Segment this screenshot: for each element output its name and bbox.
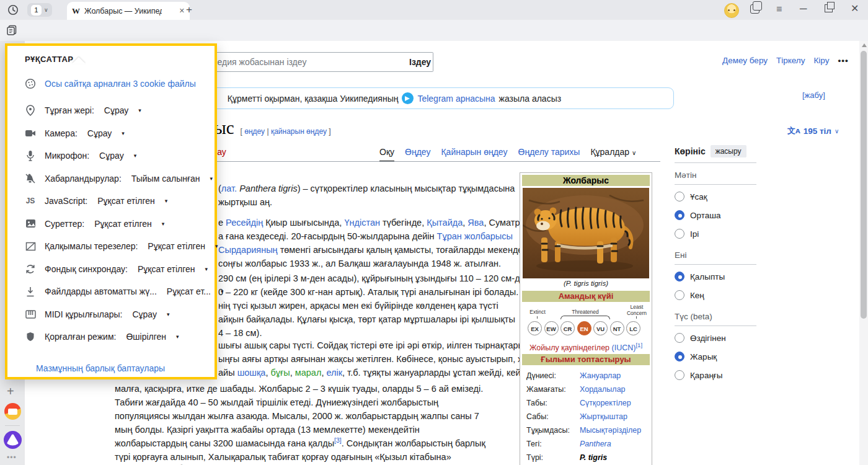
radio-option-Орташа[interactable]: Орташа: [675, 206, 756, 224]
alice-assistant-icon[interactable]: [4, 431, 22, 449]
article-link[interactable]: [3]: [334, 436, 342, 444]
article-tab-Оқу[interactable]: Оқу: [379, 147, 394, 162]
menu-hamburger-icon[interactable]: ≡: [776, 4, 782, 14]
wiki-top-link-2[interactable]: Кіру: [813, 56, 829, 65]
side-panels-icon[interactable]: [750, 4, 760, 14]
new-tab-button[interactable]: +: [186, 4, 192, 15]
banner-close-link[interactable]: [жабу]: [802, 91, 825, 100]
telegram-channel-link[interactable]: Telegram арнасына: [417, 94, 495, 104]
permission-value-dropdown[interactable]: Сұрау: [99, 151, 124, 161]
permission-row-4: JSJavaScript:Рұқсат етілген▾: [25, 195, 167, 206]
avatar[interactable]: [724, 3, 739, 18]
permission-value-dropdown[interactable]: Рұқсат етілген: [94, 219, 152, 229]
search-input[interactable]: [186, 52, 413, 72]
tab-group-chip[interactable]: 1 ∨: [27, 3, 52, 17]
history-clock-icon[interactable]: [7, 4, 19, 16]
status-org-link[interactable]: (IUCN): [612, 343, 636, 352]
article-tab-Құралдар[interactable]: Құралдар ∨: [590, 147, 636, 162]
article-tab-Қайнарын өңдеу[interactable]: Қайнарын өңдеу: [441, 147, 507, 162]
radio-option-Өздігінен[interactable]: Өздігінен: [675, 329, 756, 347]
language-selector[interactable]: 文ᴀ 195 тіл ∨: [787, 125, 839, 136]
article-line-17: мың болды. Қазіргі уақытта жабайы ортада…: [115, 423, 420, 436]
article-link[interactable]: лат.: [221, 184, 237, 193]
radio-option-Жарық[interactable]: Жарық: [675, 347, 756, 366]
edit-link[interactable]: өңдеу: [244, 127, 265, 136]
scrollbar-up-arrow[interactable]: [862, 43, 867, 47]
radio-option-Ұсақ[interactable]: Ұсақ: [675, 187, 756, 206]
permission-row-2: Микрофон:Сұрау▾: [25, 150, 136, 161]
permission-value-dropdown[interactable]: Сұрау: [104, 105, 129, 115]
permission-label: Фондық синхрондау:: [45, 264, 128, 274]
taxonomy-value[interactable]: Сүтқоректілер: [580, 399, 631, 407]
taxonomy-value[interactable]: Жануарлар: [580, 371, 621, 380]
edit-source-link[interactable]: қайнарын өңдеу: [271, 127, 327, 136]
taxonomy-value[interactable]: Жыртқыштар: [580, 412, 627, 421]
radio-option-Қалыпты[interactable]: Қалыпты: [675, 267, 756, 286]
scrollbar-thumb[interactable]: [861, 51, 867, 319]
radio-icon[interactable]: [675, 192, 684, 202]
radio-icon[interactable]: [675, 370, 684, 380]
radio-selected-icon[interactable]: [675, 210, 684, 220]
article-link[interactable]: Қытайда: [427, 218, 463, 228]
permission-value-dropdown[interactable]: Өшірілген: [126, 332, 166, 342]
permission-value-dropdown[interactable]: Рұқсат етілген: [148, 241, 205, 251]
cookies-link[interactable]: Осы сайтқа арналған 3 cookie файлы: [45, 79, 196, 89]
article-line-4: Сырдарияның төменгі ағысындағы қалың қам…: [218, 243, 539, 257]
taxonomy-label: Табы:: [526, 399, 580, 407]
article-link[interactable]: елік: [326, 368, 342, 378]
article-link[interactable]: Тұран жолбарысы: [437, 231, 513, 241]
radio-icon[interactable]: [675, 290, 684, 300]
sidebar-more-icon[interactable]: •••: [7, 453, 17, 462]
wiki-top-link-0[interactable]: Демеу беру: [722, 56, 768, 65]
permission-value-dropdown[interactable]: Тыйым салынған: [131, 174, 200, 184]
taxonomy-value[interactable]: Мысықтәрізділер: [580, 426, 641, 435]
taxonomy-value[interactable]: Хордалылар: [580, 385, 626, 394]
wiki-top-link-1[interactable]: Тіркелу: [776, 56, 805, 65]
article-link[interactable]: Ресейдің: [226, 218, 263, 228]
permission-value-dropdown[interactable]: Сұрау: [132, 309, 157, 319]
wiki-more-menu[interactable]: •••: [838, 56, 848, 65]
radio-option-Ірі[interactable]: Ірі: [675, 224, 756, 243]
radio-icon[interactable]: [675, 229, 684, 239]
appearance-hide-button[interactable]: жасыру: [711, 145, 746, 157]
article-link[interactable]: Үндістан: [344, 218, 380, 228]
iucn-tick: [537, 316, 538, 319]
article-tab-Өңделу тарихы[interactable]: Өңделу тарихы: [518, 147, 580, 162]
radio-selected-icon[interactable]: [675, 352, 684, 361]
sidebar-add-icon[interactable]: +: [7, 384, 14, 399]
appearance-group-label-2: Түс (beta): [675, 304, 756, 326]
reference-link[interactable]: [1]: [636, 342, 642, 348]
permission-value-dropdown[interactable]: Сұрау: [87, 128, 112, 138]
caret-down-icon: ▾: [210, 175, 213, 182]
active-tab[interactable]: W Жолбарыс — Уикипеди ✕: [67, 2, 190, 20]
permission-value-dropdown[interactable]: Рұқсат етілген: [97, 196, 155, 206]
radio-selected-icon[interactable]: [675, 272, 684, 281]
close-tab-icon[interactable]: ✕: [179, 7, 185, 15]
status-text[interactable]: Жойылу қаупіндегілер: [529, 343, 609, 352]
window-maximize-button[interactable]: [825, 4, 833, 12]
window-close-button[interactable]: ✕: [851, 4, 859, 14]
all-content-settings-link[interactable]: Мазмұнның барлық баптаулары: [36, 363, 165, 373]
tiger-photo[interactable]: [523, 188, 649, 278]
permission-value-dropdown[interactable]: Рұқсат ет...: [167, 286, 211, 296]
window-minimize-button[interactable]: ─: [800, 4, 807, 14]
article-link[interactable]: Сырдарияның: [218, 245, 278, 255]
appearance-title: Көрініс: [675, 146, 706, 156]
taxonomy-value[interactable]: Panthera: [580, 440, 611, 448]
taxonomy-value: P. tigris: [580, 453, 607, 462]
radio-label: Кең: [690, 291, 704, 300]
yandex-mail-icon[interactable]: [4, 403, 21, 420]
permission-value-dropdown[interactable]: Рұқсат етілген: [138, 264, 195, 274]
article-link[interactable]: шошқа: [237, 368, 266, 378]
search-button[interactable]: Іздеу: [405, 52, 433, 72]
article-link[interactable]: Ява: [467, 218, 484, 228]
article-link[interactable]: марал: [295, 368, 322, 378]
taxonomy-row-4: Тұқымдасы:Мысықтәрізділер: [526, 423, 648, 437]
radio-option-Қараңғы[interactable]: Қараңғы: [675, 366, 756, 384]
radio-icon[interactable]: [675, 333, 684, 343]
sidebar-pages-icon[interactable]: [6, 24, 18, 36]
article-tab-Өңдеу[interactable]: Өңдеу: [405, 147, 430, 162]
article-text: жолбарыстардың саны 3200 шамасында ғана …: [115, 438, 334, 448]
article-link[interactable]: бұғы: [270, 368, 290, 378]
radio-option-Кең[interactable]: Кең: [675, 286, 756, 304]
